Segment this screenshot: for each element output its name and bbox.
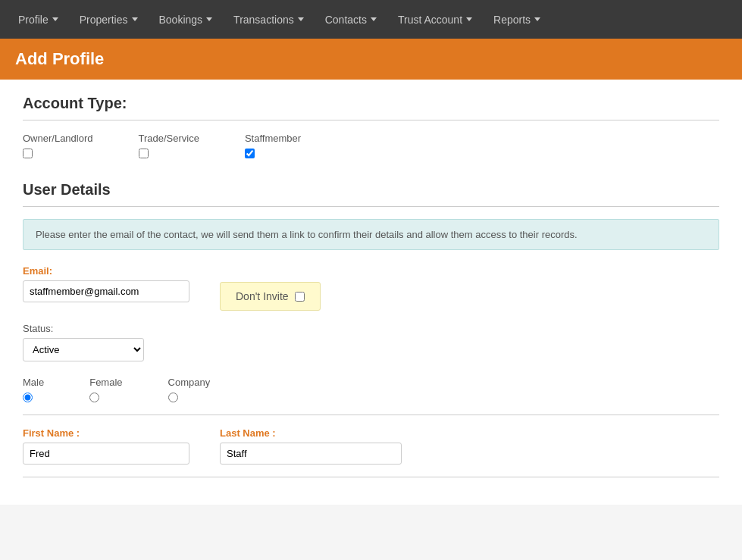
nav-label-bookings: Bookings	[159, 14, 203, 26]
gender-row: Male Female Company	[23, 377, 719, 402]
nav-item-transactions[interactable]: Transactions	[223, 0, 315, 39]
account-type-checkbox-trade[interactable]	[139, 149, 149, 158]
nav-item-profile[interactable]: Profile	[8, 0, 69, 39]
gender-company: Company	[168, 377, 211, 402]
page-header: Add Profile	[0, 39, 742, 80]
main-section: Account Type: Owner/Landlord Trade/Servi…	[0, 80, 742, 505]
account-type-title: Account Type:	[23, 95, 719, 112]
nav-label-contacts: Contacts	[325, 14, 367, 26]
nav-item-trust-account[interactable]: Trust Account	[387, 0, 483, 39]
email-row: Email: Don't Invite	[23, 265, 719, 311]
status-label: Status:	[23, 323, 719, 334]
dont-invite-checkbox[interactable]	[295, 292, 305, 302]
account-type-label-trade: Trade/Service	[139, 133, 199, 144]
gender-radio-male[interactable]	[23, 393, 33, 402]
gender-radio-company[interactable]	[168, 393, 178, 402]
account-type-label-staff: Staffmember	[245, 133, 301, 144]
last-name-group: Last Name :	[220, 427, 402, 465]
user-details-divider	[23, 206, 719, 207]
info-message: Please enter the email of the contact, w…	[23, 219, 719, 250]
nav-item-properties[interactable]: Properties	[69, 0, 149, 39]
first-name-input[interactable]	[23, 443, 189, 465]
gender-label-male: Male	[23, 377, 44, 388]
dont-invite-label: Don't Invite	[236, 290, 289, 302]
user-details-title: User Details	[23, 181, 719, 199]
nav-item-bookings[interactable]: Bookings	[149, 0, 224, 39]
nav-label-trust-account: Trust Account	[398, 14, 462, 26]
gender-divider	[23, 415, 719, 415]
email-input[interactable]	[23, 280, 189, 302]
gender-label-female: Female	[89, 377, 122, 388]
account-type-divider	[23, 120, 719, 120]
status-select[interactable]: ActiveInactive	[23, 338, 144, 361]
account-type-trade: Trade/Service	[139, 133, 199, 158]
gender-female: Female	[89, 377, 122, 402]
last-name-input[interactable]	[220, 443, 402, 465]
nav-item-contacts[interactable]: Contacts	[315, 0, 387, 39]
email-label: Email:	[23, 265, 189, 277]
account-type-checkbox-owner[interactable]	[23, 149, 33, 158]
first-name-label: First Name :	[23, 427, 189, 439]
nav-label-reports: Reports	[493, 14, 531, 26]
name-row: First Name : Last Name :	[23, 427, 719, 465]
gender-label-company: Company	[168, 377, 211, 388]
account-type-staff: Staffmember	[245, 133, 301, 158]
gender-radio-female[interactable]	[89, 393, 99, 402]
nav-label-transactions: Transactions	[233, 14, 294, 26]
first-name-group: First Name :	[23, 427, 189, 465]
account-type-label-owner: Owner/Landlord	[23, 133, 93, 144]
nav-label-profile: Profile	[18, 14, 49, 26]
last-name-label: Last Name :	[220, 427, 402, 439]
account-type-owner: Owner/Landlord	[23, 133, 93, 158]
main-nav: ProfilePropertiesBookingsTransactionsCon…	[0, 0, 742, 39]
nav-label-properties: Properties	[80, 14, 128, 26]
account-type-checkbox-staff[interactable]	[245, 149, 255, 158]
nav-item-reports[interactable]: Reports	[483, 0, 551, 39]
status-group: Status: ActiveInactive	[23, 323, 719, 361]
name-divider	[23, 477, 719, 477]
dont-invite-box[interactable]: Don't Invite	[220, 282, 321, 311]
gender-male: Male	[23, 377, 44, 402]
email-group: Email:	[23, 265, 189, 302]
account-type-row: Owner/Landlord Trade/Service Staffmember	[23, 133, 719, 158]
